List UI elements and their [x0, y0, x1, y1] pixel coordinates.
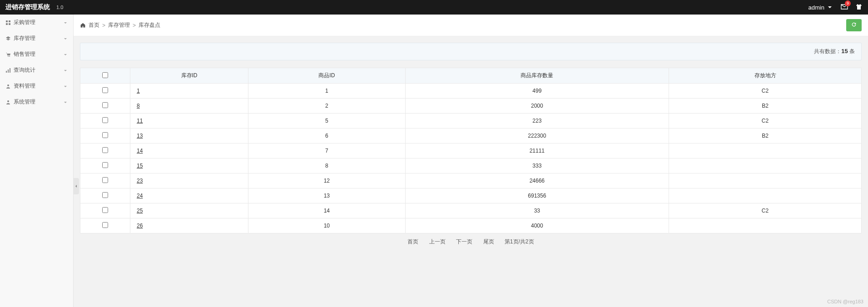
user-name: admin: [808, 4, 824, 11]
row-checkbox[interactable]: [102, 102, 108, 108]
cell-loc: B2: [669, 129, 862, 144]
breadcrumb-bar: 首页 > 库存管理 > 库存盘点: [74, 15, 868, 36]
svg-rect-6: [10, 68, 10, 73]
mail-button[interactable]: 9: [841, 3, 848, 12]
cell-qty: 691356: [405, 188, 669, 203]
table-row: 13 6 222300 B2: [80, 129, 862, 144]
stock-id-link[interactable]: 13: [137, 133, 143, 139]
summary-count: 15: [841, 48, 848, 54]
cell-qty: 499: [405, 84, 669, 99]
sidebar-item-label: 系统管理: [14, 98, 35, 106]
chevron-down-icon: [63, 20, 68, 25]
svg-rect-1: [9, 20, 10, 22]
cell-qty: 24666: [405, 173, 669, 188]
table-row: 25 14 33 C2: [80, 203, 862, 218]
mail-badge-count: 9: [845, 0, 851, 6]
breadcrumb-home[interactable]: 首页: [89, 21, 99, 29]
breadcrumb: 首页 > 库存管理 > 库存盘点: [80, 21, 160, 29]
breadcrumb-l2: 库存盘点: [139, 21, 160, 29]
svg-rect-0: [6, 20, 8, 22]
cell-qty: 21111: [405, 144, 669, 158]
sidebar-item-2[interactable]: 销售管理: [0, 46, 73, 62]
stock-id-link[interactable]: 23: [137, 178, 143, 184]
svg-rect-5: [8, 69, 9, 73]
svg-point-8: [7, 100, 9, 102]
sidebar-item-1[interactable]: 库存管理: [0, 30, 73, 46]
svg-rect-4: [6, 71, 7, 73]
cell-qty: 33: [405, 203, 669, 218]
watermark: CSDN @reg183: [827, 299, 863, 304]
svg-point-7: [7, 84, 9, 86]
row-checkbox[interactable]: [102, 207, 108, 213]
cell-loc: C2: [669, 84, 862, 99]
sidebar-item-3[interactable]: 查询统计: [0, 62, 73, 78]
pager-info: 第1页/共2页: [505, 238, 534, 245]
stock-id-link[interactable]: 8: [137, 103, 140, 109]
pager-next[interactable]: 下一页: [456, 238, 472, 245]
cell-qty: 223: [405, 114, 669, 129]
stock-id-link[interactable]: 11: [137, 118, 143, 124]
sidebar-item-label: 销售管理: [14, 50, 35, 58]
sidebar-item-label: 资料管理: [14, 82, 35, 90]
stock-id-link[interactable]: 24: [137, 193, 143, 199]
chevron-down-icon: [63, 68, 68, 73]
summary-suffix: 条: [848, 48, 855, 54]
stock-id-link[interactable]: 25: [137, 208, 143, 214]
pager-last[interactable]: 尾页: [483, 238, 494, 245]
cell-goods-id: 7: [248, 144, 406, 158]
user-menu[interactable]: admin: [808, 4, 833, 11]
sidebar-collapse-handle[interactable]: [74, 178, 79, 194]
layers-icon: [5, 36, 11, 41]
row-checkbox[interactable]: [102, 132, 108, 138]
table-row: 26 10 4000: [80, 218, 862, 233]
row-checkbox[interactable]: [102, 147, 108, 153]
refresh-button[interactable]: [846, 19, 862, 31]
cell-loc: C2: [669, 203, 862, 218]
chevron-left-icon: [74, 184, 78, 188]
cell-qty: 2000: [405, 99, 669, 114]
stock-id-link[interactable]: 26: [137, 223, 143, 229]
stock-id-link[interactable]: 1: [137, 88, 140, 94]
chevron-down-icon: [826, 4, 833, 11]
cell-loc: B2: [669, 99, 862, 114]
cell-goods-id: 6: [248, 129, 406, 144]
cell-goods-id: 14: [248, 203, 406, 218]
cell-qty: 4000: [405, 218, 669, 233]
refresh-icon: [851, 21, 857, 28]
data-summary: 共有数据：15 条: [80, 43, 862, 60]
table-row: 11 5 223 C2: [80, 114, 862, 129]
sidebar-item-5[interactable]: 系统管理: [0, 94, 73, 110]
cell-loc: [669, 188, 862, 203]
svg-rect-2: [6, 23, 8, 25]
pager-first[interactable]: 首页: [407, 238, 418, 245]
table-row: 15 8 333: [80, 158, 862, 173]
sidebar-item-4[interactable]: 资料管理: [0, 78, 73, 94]
cart-icon: [5, 52, 11, 57]
select-all-checkbox[interactable]: [102, 72, 108, 78]
sidebar-item-label: 采购管理: [14, 19, 35, 26]
svg-rect-3: [9, 23, 10, 25]
row-checkbox[interactable]: [102, 222, 108, 228]
cell-loc: [669, 173, 862, 188]
grid-icon: [5, 20, 11, 25]
stock-id-link[interactable]: 15: [137, 163, 143, 169]
person-icon: [5, 99, 11, 105]
row-checkbox[interactable]: [102, 87, 108, 93]
pager-prev[interactable]: 上一页: [429, 238, 446, 245]
row-checkbox[interactable]: [102, 117, 108, 123]
topbar: 进销存管理系统 1.0 admin 9: [0, 0, 868, 15]
row-checkbox[interactable]: [102, 162, 108, 168]
row-checkbox[interactable]: [102, 192, 108, 198]
stock-id-link[interactable]: 14: [137, 148, 143, 154]
sidebar-item-0[interactable]: 采购管理: [0, 15, 73, 30]
row-checkbox[interactable]: [102, 177, 108, 183]
table-row: 8 2 2000 B2: [80, 99, 862, 114]
chevron-down-icon: [63, 36, 68, 41]
col-qty: 商品库存数量: [405, 68, 669, 84]
topbar-left: 进销存管理系统 1.0: [5, 3, 63, 11]
chevron-down-icon: [63, 52, 68, 57]
cell-goods-id: 13: [248, 188, 406, 203]
breadcrumb-l1[interactable]: 库存管理: [108, 21, 130, 29]
bars-icon: [5, 68, 11, 73]
shirt-button[interactable]: [855, 3, 863, 12]
